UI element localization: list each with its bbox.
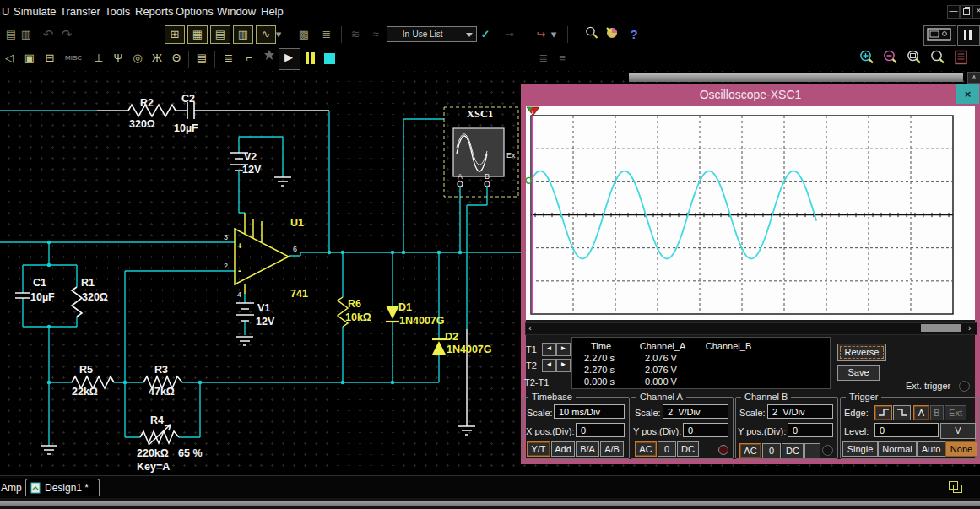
menu-simulate[interactable]: Simulate <box>14 0 57 23</box>
ground-right[interactable] <box>458 426 475 435</box>
instruments-rack-button[interactable] <box>923 25 956 46</box>
window-restore-icon[interactable] <box>960 5 972 19</box>
tab-design1[interactable]: Design1 * <box>25 479 100 496</box>
edit-description-icon[interactable]: ≡ <box>553 49 571 68</box>
potentiometer-r4[interactable] <box>140 431 179 443</box>
t2-left-icon[interactable]: ◄ <box>542 359 556 372</box>
falling-edge-button[interactable] <box>893 405 911 420</box>
diode-d2[interactable] <box>432 339 446 355</box>
menu-help[interactable]: Help <box>261 0 284 23</box>
help-icon[interactable]: ? <box>625 25 643 44</box>
channel-a-dc-button[interactable]: DC <box>677 441 699 457</box>
find-icon[interactable] <box>582 25 601 44</box>
description-box-icon[interactable]: ≣ <box>534 49 553 68</box>
indicator-component-icon[interactable]: ◎ <box>128 49 147 68</box>
power-source-icon[interactable]: ⊟ <box>41 49 59 68</box>
oscilloscope-display[interactable]: 1 <box>526 106 975 320</box>
in-use-list-dropdown[interactable]: --- In-Use List --- <box>387 26 477 42</box>
trigger-level-input[interactable] <box>874 423 939 437</box>
zoom-fit-icon[interactable] <box>929 49 947 68</box>
add-mode-button[interactable]: Add <box>551 441 575 457</box>
hierarchical-block-icon[interactable]: ≣ <box>219 49 238 68</box>
menu-transfer[interactable]: Transfer <box>60 0 100 23</box>
rf-component-icon[interactable]: Ж <box>148 49 166 68</box>
trigger-auto-button[interactable]: Auto <box>917 441 945 457</box>
grapher-icon[interactable]: ∿ <box>256 25 276 44</box>
scroll-thumb[interactable] <box>921 324 961 332</box>
forward-annotate-icon[interactable]: ≈ <box>366 25 385 44</box>
transistor-component-icon[interactable]: ⊥ <box>89 49 108 68</box>
channel-b-minus-button[interactable]: - <box>804 443 820 458</box>
channel-b-ypos-input[interactable] <box>788 423 833 437</box>
ground-left[interactable] <box>41 446 57 454</box>
mcu-component-icon[interactable]: ▤ <box>192 49 211 68</box>
analog-component-icon[interactable]: Ψ <box>109 49 127 68</box>
zoom-area-icon[interactable] <box>905 49 923 68</box>
channel-a-ac-button[interactable]: AC <box>635 441 657 457</box>
trigger-source-b-button[interactable]: B <box>930 405 944 420</box>
export-dropdown-icon[interactable]: ▾ <box>550 25 558 44</box>
menu-reports[interactable]: Reports <box>135 0 174 23</box>
t1-left-icon[interactable]: ◄ <box>542 343 556 356</box>
database-manager-icon[interactable]: ▤ <box>210 25 230 44</box>
channel-b-dc-button[interactable]: DC <box>782 443 804 458</box>
redo-icon[interactable]: ↷ <box>57 25 76 44</box>
t1-right-icon[interactable]: ► <box>556 343 571 356</box>
hierarchy-icon[interactable]: ≣ <box>317 25 336 44</box>
misc-component-icon[interactable]: MISC <box>61 49 86 68</box>
erc-check-icon[interactable]: ✓ <box>476 25 495 44</box>
ground-v1[interactable] <box>236 337 253 345</box>
oscilloscope-title[interactable]: Oscilloscope-XSC1 <box>521 84 980 106</box>
capacitor-c1[interactable] <box>15 293 30 298</box>
window-close-icon[interactable]: × <box>972 5 980 19</box>
ground-v2[interactable] <box>274 177 291 186</box>
channel-b-scale-input[interactable] <box>767 404 833 419</box>
pause-button[interactable] <box>306 52 309 64</box>
oscilloscope-hscrollbar[interactable]: ‹ › <box>525 322 977 335</box>
stop-simulation-button[interactable] <box>324 53 335 64</box>
pause-simulation-button[interactable] <box>957 25 980 46</box>
channel-b-indicator[interactable] <box>822 445 833 456</box>
oscilloscope-close-icon[interactable]: × <box>956 84 979 104</box>
menu-options[interactable]: Options <box>176 0 214 23</box>
electromech-component-icon[interactable]: Θ <box>167 49 186 68</box>
design-toolbox-icon[interactable]: ⊞ <box>165 25 185 44</box>
timebase-xpos-input[interactable] <box>576 423 625 437</box>
trigger-source-ext-button[interactable]: Ext <box>945 405 966 420</box>
menu-fragment[interactable]: U <box>2 0 9 23</box>
interactive-settings-icon[interactable] <box>260 49 279 68</box>
timebase-scale-input[interactable] <box>554 404 625 419</box>
channel-b-ac-button[interactable]: AC <box>739 443 761 458</box>
channel-a-ypos-input[interactable] <box>683 423 728 437</box>
menu-tools[interactable]: Tools <box>105 0 130 23</box>
breadboard-view-icon[interactable]: ▥ <box>233 25 253 44</box>
back-annotate-icon[interactable]: ≋ <box>346 25 365 44</box>
transfer-ultiboard-icon[interactable]: ⊸ <box>500 25 518 44</box>
diode-d1[interactable] <box>386 306 399 322</box>
trigger-normal-button[interactable]: Normal <box>878 441 917 457</box>
white-wire-segments[interactable] <box>97 111 467 426</box>
menu-window[interactable]: Window <box>217 0 256 23</box>
channel-a-zero-button[interactable]: 0 <box>658 441 676 457</box>
save-button[interactable]: Save <box>837 365 880 381</box>
ext-trigger-indicator[interactable] <box>959 381 970 392</box>
oscilloscope-instrument-xsc1[interactable]: A B Ex <box>444 107 518 197</box>
scroll-right-icon[interactable]: › <box>968 323 972 333</box>
ab-mode-button[interactable]: A/B <box>600 441 624 457</box>
channel-b-zero-button[interactable]: 0 <box>762 443 781 458</box>
run-simulation-button[interactable]: ▶ <box>279 48 300 70</box>
postprocessor-icon[interactable]: ▩ <box>295 25 313 44</box>
t2-right-icon[interactable]: ► <box>556 359 571 372</box>
copy-icon[interactable]: ▥ <box>17 25 35 44</box>
rising-edge-button[interactable] <box>874 405 892 420</box>
trigger-single-button[interactable]: Single <box>842 441 878 457</box>
probe-settings-icon[interactable] <box>603 25 621 44</box>
digital-component-icon[interactable]: ▣ <box>20 49 39 68</box>
zoom-in-icon[interactable] <box>858 49 876 68</box>
transfer-export-icon[interactable]: ↪ <box>532 25 550 44</box>
channel-a-scale-input[interactable] <box>663 404 728 419</box>
window-minimize-icon[interactable]: — <box>947 5 960 19</box>
trigger-none-button[interactable]: None <box>945 441 977 457</box>
trigger-level-unit-dropdown[interactable]: V <box>940 423 976 439</box>
battery-v1[interactable] <box>236 303 254 321</box>
